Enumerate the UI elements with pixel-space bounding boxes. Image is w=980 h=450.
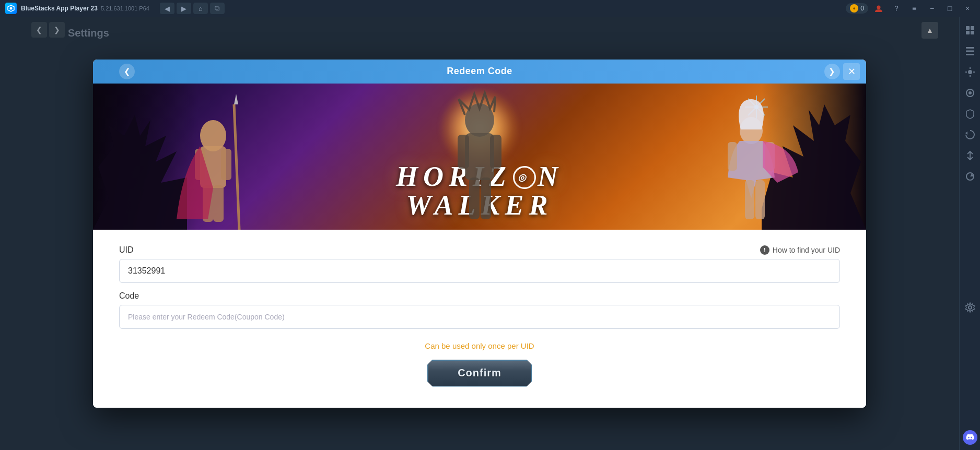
svg-rect-21 — [728, 142, 737, 171]
titlebar-nav: ◀ ▶ ⌂ ⧉ — [160, 3, 225, 14]
info-icon: ! — [760, 245, 769, 255]
main-content: ❮ ❯ Settings ▲ ❮ Redeem Code ❯ ✕ — [0, 17, 980, 450]
back-button[interactable]: ◀ — [160, 3, 174, 14]
svg-rect-36 — [966, 51, 974, 52]
titlebar-right: ● 0 ? ≡ − □ × — [846, 3, 975, 14]
svg-marker-19 — [234, 94, 238, 104]
svg-point-1 — [10, 7, 13, 10]
svg-rect-31 — [966, 26, 970, 30]
menu-button[interactable]: ≡ — [907, 3, 921, 14]
confirm-button[interactable]: Confirm — [427, 360, 532, 387]
sidebar-settings-icon[interactable] — [962, 299, 978, 316]
how-to-find-uid[interactable]: ! How to find your UID — [760, 245, 840, 255]
modal-form: UID ! How to find your UID Code Can be u… — [93, 230, 866, 408]
uid-label: UID — [119, 245, 134, 255]
sidebar-icon-7[interactable] — [962, 147, 978, 164]
svg-point-52 — [969, 306, 972, 309]
sidebar-icon-5[interactable] — [962, 105, 978, 122]
sidebar-icon-8[interactable] — [962, 168, 978, 185]
uid-note: Can be used only once per UID — [119, 341, 840, 350]
svg-rect-29 — [469, 177, 480, 219]
coin-badge: ● 0 — [846, 3, 868, 14]
sidebar-icon-1[interactable] — [962, 22, 978, 39]
help-button[interactable]: ? — [889, 3, 904, 14]
svg-rect-17 — [213, 185, 224, 222]
sidebar-icon-6[interactable] — [962, 126, 978, 143]
svg-rect-32 — [971, 26, 974, 30]
redeem-modal: ❮ Redeem Code ❯ ✕ — [93, 60, 866, 408]
app-logo — [5, 3, 17, 14]
modal-titlebar: ❮ Redeem Code ❯ ✕ — [93, 60, 866, 84]
svg-rect-24 — [755, 180, 765, 219]
how-to-find-label: How to find your UID — [773, 246, 840, 254]
minimize-button[interactable]: − — [925, 3, 939, 14]
avatar-icon[interactable] — [871, 3, 886, 14]
home-button[interactable]: ⌂ — [193, 3, 208, 14]
code-input[interactable] — [119, 305, 840, 329]
code-label: Code — [119, 291, 139, 301]
sidebar-icon-3[interactable] — [962, 64, 978, 80]
modal-overlay: ❮ Redeem Code ❯ ✕ — [0, 17, 959, 450]
uid-input[interactable] — [119, 259, 840, 283]
forward-button[interactable]: ▶ — [177, 3, 191, 14]
svg-rect-27 — [458, 135, 469, 169]
svg-rect-30 — [481, 177, 491, 219]
maximize-button[interactable]: □ — [942, 3, 957, 14]
modal-prev-button[interactable]: ❮ — [119, 64, 135, 79]
modal-title: Redeem Code — [447, 66, 512, 77]
game-banner: HORIZ◎N WALKER — [93, 84, 866, 230]
app-name: BlueStacks App Player 23 — [21, 5, 98, 12]
svg-rect-37 — [966, 54, 974, 55]
close-button[interactable]: × — [960, 3, 975, 14]
sidebar-icon-4[interactable] — [962, 85, 978, 101]
sidebar-icon-2[interactable] — [962, 43, 978, 60]
svg-point-44 — [969, 91, 972, 94]
svg-line-18 — [234, 104, 239, 230]
svg-point-2 — [877, 6, 881, 9]
code-row-header: Code — [119, 291, 840, 301]
copy-button[interactable]: ⧉ — [210, 3, 225, 14]
uid-row-header: UID ! How to find your UID — [119, 245, 840, 255]
coin-count: 0 — [860, 5, 864, 12]
svg-marker-45 — [965, 132, 967, 135]
svg-rect-34 — [971, 31, 974, 34]
discord-icon[interactable] — [963, 430, 977, 445]
svg-rect-35 — [966, 47, 974, 49]
confirm-btn-wrapper: Confirm — [119, 360, 840, 387]
char-female-right — [699, 94, 803, 230]
char-warrior-left — [156, 94, 271, 230]
right-sidebar — [959, 17, 980, 450]
svg-rect-28 — [490, 135, 501, 169]
titlebar: BlueStacks App Player 23 5.21.631.1001 P… — [0, 0, 980, 17]
app-version: 5.21.631.1001 P64 — [101, 5, 149, 11]
svg-rect-33 — [966, 31, 970, 34]
svg-rect-23 — [745, 180, 754, 219]
svg-rect-15 — [221, 149, 231, 180]
modal-close-button[interactable]: ✕ — [843, 63, 860, 80]
svg-rect-26 — [465, 133, 494, 180]
coin-icon: ● — [850, 4, 858, 13]
char-center — [401, 89, 558, 230]
svg-point-38 — [968, 70, 972, 74]
modal-next-button[interactable]: ❯ — [824, 64, 840, 79]
app-area: ❮ ❯ Settings ▲ ❮ Redeem Code ❯ ✕ — [0, 17, 959, 450]
